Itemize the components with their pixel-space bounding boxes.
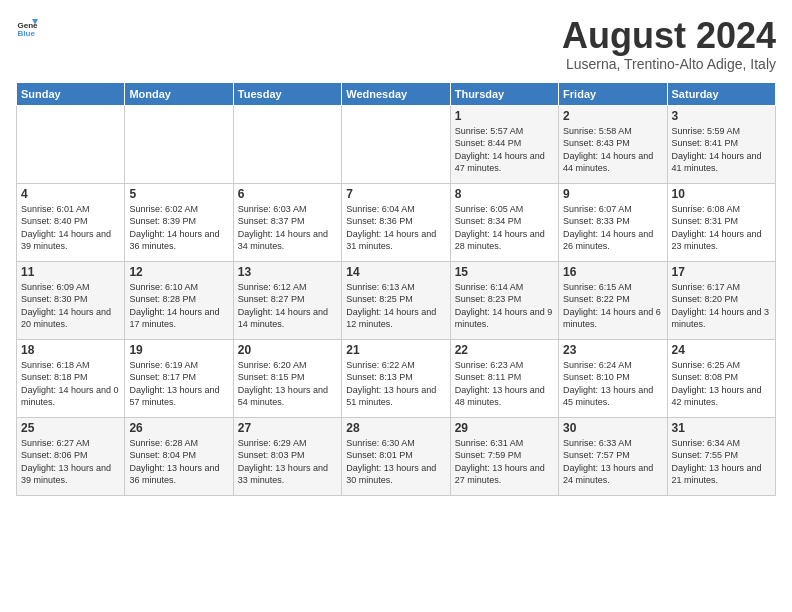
day-info: Sunrise: 6:25 AM Sunset: 8:08 PM Dayligh… xyxy=(672,359,771,409)
day-info: Sunrise: 6:22 AM Sunset: 8:13 PM Dayligh… xyxy=(346,359,445,409)
svg-text:Blue: Blue xyxy=(17,29,35,38)
day-number: 22 xyxy=(455,343,554,357)
day-info: Sunrise: 6:15 AM Sunset: 8:22 PM Dayligh… xyxy=(563,281,662,331)
table-row: 1Sunrise: 5:57 AM Sunset: 8:44 PM Daylig… xyxy=(450,105,558,183)
day-number: 24 xyxy=(672,343,771,357)
table-row: 12Sunrise: 6:10 AM Sunset: 8:28 PM Dayli… xyxy=(125,261,233,339)
table-row: 11Sunrise: 6:09 AM Sunset: 8:30 PM Dayli… xyxy=(17,261,125,339)
calendar-table: Sunday Monday Tuesday Wednesday Thursday… xyxy=(16,82,776,496)
day-number: 8 xyxy=(455,187,554,201)
table-row: 28Sunrise: 6:30 AM Sunset: 8:01 PM Dayli… xyxy=(342,417,450,495)
day-number: 11 xyxy=(21,265,120,279)
table-row: 30Sunrise: 6:33 AM Sunset: 7:57 PM Dayli… xyxy=(559,417,667,495)
day-number: 9 xyxy=(563,187,662,201)
day-info: Sunrise: 6:08 AM Sunset: 8:31 PM Dayligh… xyxy=(672,203,771,253)
day-number: 29 xyxy=(455,421,554,435)
day-number: 26 xyxy=(129,421,228,435)
table-row: 25Sunrise: 6:27 AM Sunset: 8:06 PM Dayli… xyxy=(17,417,125,495)
day-number: 16 xyxy=(563,265,662,279)
table-row: 6Sunrise: 6:03 AM Sunset: 8:37 PM Daylig… xyxy=(233,183,341,261)
table-row: 13Sunrise: 6:12 AM Sunset: 8:27 PM Dayli… xyxy=(233,261,341,339)
day-info: Sunrise: 6:28 AM Sunset: 8:04 PM Dayligh… xyxy=(129,437,228,487)
day-number: 6 xyxy=(238,187,337,201)
day-number: 3 xyxy=(672,109,771,123)
calendar-body: 1Sunrise: 5:57 AM Sunset: 8:44 PM Daylig… xyxy=(17,105,776,495)
day-number: 4 xyxy=(21,187,120,201)
day-number: 7 xyxy=(346,187,445,201)
table-row xyxy=(125,105,233,183)
day-info: Sunrise: 6:19 AM Sunset: 8:17 PM Dayligh… xyxy=(129,359,228,409)
table-row: 5Sunrise: 6:02 AM Sunset: 8:39 PM Daylig… xyxy=(125,183,233,261)
header-row: Sunday Monday Tuesday Wednesday Thursday… xyxy=(17,82,776,105)
day-info: Sunrise: 6:10 AM Sunset: 8:28 PM Dayligh… xyxy=(129,281,228,331)
day-info: Sunrise: 6:12 AM Sunset: 8:27 PM Dayligh… xyxy=(238,281,337,331)
day-info: Sunrise: 6:14 AM Sunset: 8:23 PM Dayligh… xyxy=(455,281,554,331)
table-row: 16Sunrise: 6:15 AM Sunset: 8:22 PM Dayli… xyxy=(559,261,667,339)
day-info: Sunrise: 6:27 AM Sunset: 8:06 PM Dayligh… xyxy=(21,437,120,487)
day-number: 5 xyxy=(129,187,228,201)
table-row: 14Sunrise: 6:13 AM Sunset: 8:25 PM Dayli… xyxy=(342,261,450,339)
title-block: August 2024 Luserna, Trentino-Alto Adige… xyxy=(562,16,776,72)
week-row-1: 4Sunrise: 6:01 AM Sunset: 8:40 PM Daylig… xyxy=(17,183,776,261)
week-row-4: 25Sunrise: 6:27 AM Sunset: 8:06 PM Dayli… xyxy=(17,417,776,495)
table-row: 2Sunrise: 5:58 AM Sunset: 8:43 PM Daylig… xyxy=(559,105,667,183)
day-number: 15 xyxy=(455,265,554,279)
day-info: Sunrise: 6:33 AM Sunset: 7:57 PM Dayligh… xyxy=(563,437,662,487)
subtitle: Luserna, Trentino-Alto Adige, Italy xyxy=(562,56,776,72)
week-row-0: 1Sunrise: 5:57 AM Sunset: 8:44 PM Daylig… xyxy=(17,105,776,183)
table-row: 26Sunrise: 6:28 AM Sunset: 8:04 PM Dayli… xyxy=(125,417,233,495)
day-info: Sunrise: 6:20 AM Sunset: 8:15 PM Dayligh… xyxy=(238,359,337,409)
day-info: Sunrise: 5:58 AM Sunset: 8:43 PM Dayligh… xyxy=(563,125,662,175)
table-row: 21Sunrise: 6:22 AM Sunset: 8:13 PM Dayli… xyxy=(342,339,450,417)
table-row: 15Sunrise: 6:14 AM Sunset: 8:23 PM Dayli… xyxy=(450,261,558,339)
table-row xyxy=(233,105,341,183)
day-info: Sunrise: 6:01 AM Sunset: 8:40 PM Dayligh… xyxy=(21,203,120,253)
week-row-3: 18Sunrise: 6:18 AM Sunset: 8:18 PM Dayli… xyxy=(17,339,776,417)
day-info: Sunrise: 6:04 AM Sunset: 8:36 PM Dayligh… xyxy=(346,203,445,253)
col-sunday: Sunday xyxy=(17,82,125,105)
col-wednesday: Wednesday xyxy=(342,82,450,105)
day-number: 28 xyxy=(346,421,445,435)
day-info: Sunrise: 6:07 AM Sunset: 8:33 PM Dayligh… xyxy=(563,203,662,253)
page: General Blue August 2024 Luserna, Trenti… xyxy=(0,0,792,504)
day-number: 21 xyxy=(346,343,445,357)
day-number: 10 xyxy=(672,187,771,201)
day-number: 17 xyxy=(672,265,771,279)
day-info: Sunrise: 6:24 AM Sunset: 8:10 PM Dayligh… xyxy=(563,359,662,409)
day-number: 19 xyxy=(129,343,228,357)
day-number: 31 xyxy=(672,421,771,435)
day-info: Sunrise: 5:57 AM Sunset: 8:44 PM Dayligh… xyxy=(455,125,554,175)
col-saturday: Saturday xyxy=(667,82,775,105)
day-info: Sunrise: 6:02 AM Sunset: 8:39 PM Dayligh… xyxy=(129,203,228,253)
day-number: 2 xyxy=(563,109,662,123)
table-row: 24Sunrise: 6:25 AM Sunset: 8:08 PM Dayli… xyxy=(667,339,775,417)
table-row: 8Sunrise: 6:05 AM Sunset: 8:34 PM Daylig… xyxy=(450,183,558,261)
day-info: Sunrise: 6:29 AM Sunset: 8:03 PM Dayligh… xyxy=(238,437,337,487)
logo-icon: General Blue xyxy=(16,16,38,38)
table-row: 7Sunrise: 6:04 AM Sunset: 8:36 PM Daylig… xyxy=(342,183,450,261)
col-thursday: Thursday xyxy=(450,82,558,105)
day-number: 20 xyxy=(238,343,337,357)
header: General Blue August 2024 Luserna, Trenti… xyxy=(16,16,776,72)
table-row: 23Sunrise: 6:24 AM Sunset: 8:10 PM Dayli… xyxy=(559,339,667,417)
day-info: Sunrise: 6:34 AM Sunset: 7:55 PM Dayligh… xyxy=(672,437,771,487)
table-row: 27Sunrise: 6:29 AM Sunset: 8:03 PM Dayli… xyxy=(233,417,341,495)
day-info: Sunrise: 6:18 AM Sunset: 8:18 PM Dayligh… xyxy=(21,359,120,409)
day-number: 23 xyxy=(563,343,662,357)
day-info: Sunrise: 6:30 AM Sunset: 8:01 PM Dayligh… xyxy=(346,437,445,487)
day-info: Sunrise: 6:05 AM Sunset: 8:34 PM Dayligh… xyxy=(455,203,554,253)
day-info: Sunrise: 6:09 AM Sunset: 8:30 PM Dayligh… xyxy=(21,281,120,331)
table-row xyxy=(17,105,125,183)
col-monday: Monday xyxy=(125,82,233,105)
table-row: 3Sunrise: 5:59 AM Sunset: 8:41 PM Daylig… xyxy=(667,105,775,183)
table-row: 4Sunrise: 6:01 AM Sunset: 8:40 PM Daylig… xyxy=(17,183,125,261)
day-number: 27 xyxy=(238,421,337,435)
day-info: Sunrise: 6:13 AM Sunset: 8:25 PM Dayligh… xyxy=(346,281,445,331)
day-number: 1 xyxy=(455,109,554,123)
table-row: 22Sunrise: 6:23 AM Sunset: 8:11 PM Dayli… xyxy=(450,339,558,417)
table-row: 10Sunrise: 6:08 AM Sunset: 8:31 PM Dayli… xyxy=(667,183,775,261)
day-info: Sunrise: 6:17 AM Sunset: 8:20 PM Dayligh… xyxy=(672,281,771,331)
table-row: 19Sunrise: 6:19 AM Sunset: 8:17 PM Dayli… xyxy=(125,339,233,417)
day-number: 18 xyxy=(21,343,120,357)
day-info: Sunrise: 6:31 AM Sunset: 7:59 PM Dayligh… xyxy=(455,437,554,487)
